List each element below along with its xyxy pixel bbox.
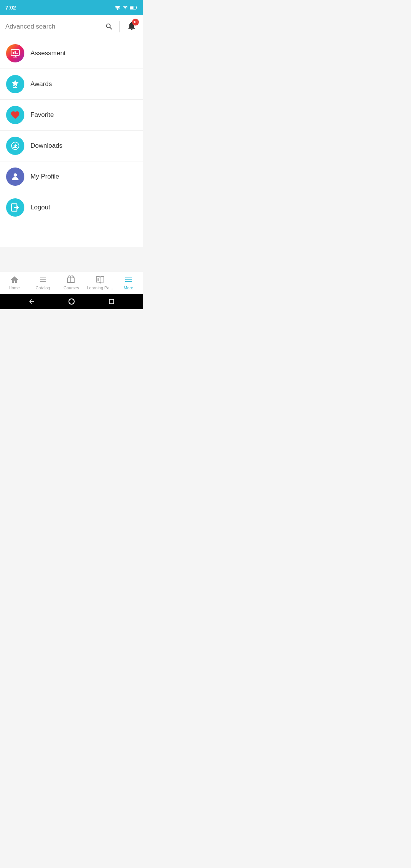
logout-label: Logout [30, 204, 50, 211]
learning-paths-icon [96, 275, 105, 284]
nav-home[interactable]: Home [0, 271, 29, 294]
nav-home-label: Home [9, 286, 20, 290]
downloads-svg [10, 141, 20, 151]
more-icon [124, 275, 133, 284]
favorite-icon [6, 106, 24, 124]
status-icons [115, 5, 137, 10]
downloads-icon [6, 137, 24, 155]
home-icon [10, 275, 19, 284]
assessment-icon [6, 44, 24, 62]
logout-icon [6, 198, 24, 217]
menu-list: Assessment Awards Favorite Downl [0, 38, 143, 247]
favorite-svg [10, 110, 20, 120]
nav-more-label: More [124, 286, 133, 290]
signal-icon [123, 5, 128, 10]
menu-item-awards[interactable]: Awards [0, 69, 143, 100]
home-circle [68, 298, 75, 305]
nav-learning-paths-label: Learning Pa... [87, 286, 113, 290]
svg-rect-1 [136, 7, 137, 8]
assessment-svg [10, 48, 20, 58]
notification-badge: 18 [132, 19, 139, 26]
home-button[interactable] [67, 297, 76, 306]
search-divider [119, 21, 120, 32]
svg-rect-2 [130, 6, 134, 9]
nav-learning-paths[interactable]: Learning Pa... [86, 271, 114, 294]
svg-point-5 [14, 173, 17, 177]
awards-icon [6, 75, 24, 93]
logout-svg [10, 203, 20, 212]
status-time: 7:02 [5, 5, 16, 11]
menu-item-profile[interactable]: My Profile [0, 161, 143, 192]
menu-item-favorite[interactable]: Favorite [0, 100, 143, 131]
nav-courses[interactable]: Courses [57, 271, 86, 294]
recents-button[interactable] [107, 297, 116, 306]
menu-item-assessment[interactable]: Assessment [0, 38, 143, 69]
downloads-label: Downloads [30, 142, 62, 150]
status-bar: 7:02 [0, 0, 143, 15]
battery-icon [130, 5, 137, 10]
assessment-label: Assessment [30, 49, 66, 57]
bottom-nav: Home Catalog Courses Learning Pa... More [0, 271, 143, 294]
back-icon [28, 298, 35, 305]
search-input[interactable] [5, 23, 101, 30]
notification-button[interactable]: 18 [126, 20, 137, 33]
nav-catalog[interactable]: Catalog [29, 271, 57, 294]
menu-item-downloads[interactable]: Downloads [0, 131, 143, 161]
awards-label: Awards [30, 80, 52, 88]
search-icon[interactable] [105, 22, 113, 31]
search-bar: 18 [0, 15, 143, 38]
menu-item-logout[interactable]: Logout [0, 192, 143, 223]
nav-more[interactable]: More [114, 271, 143, 294]
courses-icon [67, 275, 76, 284]
wifi-icon [115, 5, 121, 10]
system-nav [0, 294, 143, 309]
favorite-label: Favorite [30, 111, 54, 119]
catalog-icon [38, 275, 48, 284]
profile-icon [6, 168, 24, 186]
profile-svg [10, 172, 20, 182]
recents-square [109, 299, 114, 304]
nav-catalog-label: Catalog [36, 286, 50, 290]
back-button[interactable] [27, 297, 36, 306]
awards-svg [10, 79, 20, 89]
profile-label: My Profile [30, 173, 59, 180]
nav-courses-label: Courses [64, 286, 79, 290]
empty-content-area [0, 247, 143, 271]
